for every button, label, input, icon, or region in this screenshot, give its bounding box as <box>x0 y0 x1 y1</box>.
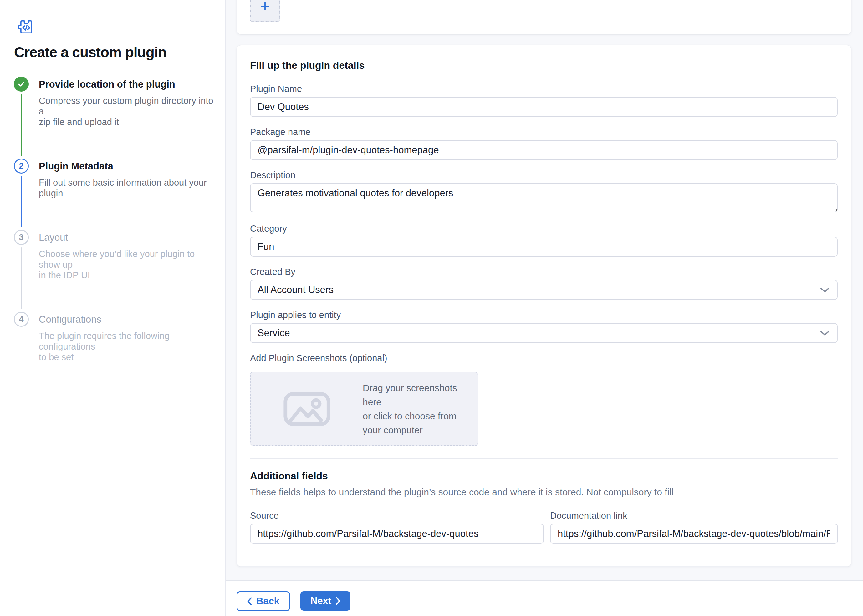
step-completed-check-icon <box>14 77 29 92</box>
description-label: Description <box>250 170 838 181</box>
additional-fields-grid: Source Documentation link <box>250 510 838 544</box>
documentation-link-label: Documentation link <box>550 510 838 521</box>
created-by-field: Created By All Account Users <box>250 266 838 300</box>
add-upload-tile-button[interactable]: + <box>250 0 280 22</box>
created-by-value: All Account Users <box>258 284 334 295</box>
plugin-code-icon <box>16 17 36 36</box>
wizard-sidebar: Create a custom plugin Provide location … <box>0 0 226 616</box>
image-icon <box>283 392 331 426</box>
step-description: Compress your custom plugin directory in… <box>39 95 214 127</box>
step-description: Fill out some basic information about yo… <box>39 177 214 198</box>
create-custom-plugin-page: Create a custom plugin Provide location … <box>0 0 863 616</box>
additional-fields-heading: Additional fields <box>250 470 838 482</box>
chevron-down-icon <box>820 330 830 336</box>
plus-icon: + <box>260 0 270 14</box>
documentation-link-field: Documentation link <box>550 510 838 544</box>
category-field: Category <box>250 223 838 257</box>
form-heading: Fill up the plugin details <box>250 60 838 71</box>
entity-value: Service <box>258 327 290 339</box>
plugin-details-card: Fill up the plugin details Plugin Name P… <box>236 45 851 567</box>
screenshot-dropzone[interactable]: Drag your screenshots here or click to c… <box>250 372 479 446</box>
step-title: Plugin Metadata <box>39 159 214 172</box>
screenshots-label: Add Plugin Screenshots (optional) <box>250 352 838 364</box>
dropzone-text: Drag your screenshots here or click to c… <box>363 381 478 437</box>
plugin-name-input[interactable] <box>250 97 838 117</box>
package-name-field: Package name <box>250 126 838 160</box>
plugin-name-field: Plugin Name <box>250 83 838 117</box>
package-name-input[interactable] <box>250 140 838 160</box>
step-number-badge: 2 <box>14 159 29 174</box>
section-divider <box>250 459 838 459</box>
additional-fields-description: These fields helps to understand the plu… <box>250 487 838 498</box>
step-number-badge: 4 <box>14 312 29 327</box>
next-button-label: Next <box>310 596 331 607</box>
source-label: Source <box>250 510 544 521</box>
documentation-link-input[interactable] <box>550 524 838 544</box>
step-layout: 3 Layout Choose where you’d like your pl… <box>14 230 214 280</box>
source-field: Source <box>250 510 544 544</box>
category-input[interactable] <box>250 237 838 257</box>
main-area: + Fill up the plugin details Plugin Name… <box>226 0 863 616</box>
chevron-left-icon <box>247 597 252 605</box>
step-number-badge: 3 <box>14 230 29 245</box>
step-plugin-metadata: 2 Plugin Metadata Fill out some basic in… <box>14 159 214 198</box>
footer-bar: Back Next <box>226 580 863 616</box>
page-title: Create a custom plugin <box>14 44 167 61</box>
step-title: Layout <box>39 230 214 243</box>
wizard-steps: Provide location of the plugin Compress … <box>14 77 214 394</box>
entity-field: Plugin applies to entity Service <box>250 309 838 343</box>
entity-select[interactable]: Service <box>250 323 838 343</box>
package-name-label: Package name <box>250 126 838 138</box>
step-description: The plugin requires the following config… <box>39 330 214 362</box>
description-field: Description Generates motivational quote… <box>250 170 838 214</box>
screenshots-field: Add Plugin Screenshots (optional) Drag y… <box>250 352 838 446</box>
source-input[interactable] <box>250 524 544 544</box>
step-title: Configurations <box>39 312 214 325</box>
step-description: Choose where you’d like your plugin to s… <box>39 248 214 280</box>
description-textarea[interactable]: Generates motivational quotes for develo… <box>250 183 838 212</box>
category-label: Category <box>250 223 838 234</box>
created-by-label: Created By <box>250 266 838 277</box>
step-title: Provide location of the plugin <box>39 77 214 90</box>
step-configurations: 4 Configurations The plugin requires the… <box>14 312 214 362</box>
back-button-label: Back <box>256 596 279 607</box>
chevron-right-icon <box>336 597 340 605</box>
chevron-down-icon <box>820 288 830 293</box>
upload-source-card: + <box>236 0 851 35</box>
plugin-name-label: Plugin Name <box>250 83 838 94</box>
next-button[interactable]: Next <box>301 591 350 611</box>
step-provide-location: Provide location of the plugin Compress … <box>14 77 214 127</box>
created-by-select[interactable]: All Account Users <box>250 280 838 300</box>
back-button[interactable]: Back <box>236 591 290 611</box>
entity-label: Plugin applies to entity <box>250 309 838 321</box>
